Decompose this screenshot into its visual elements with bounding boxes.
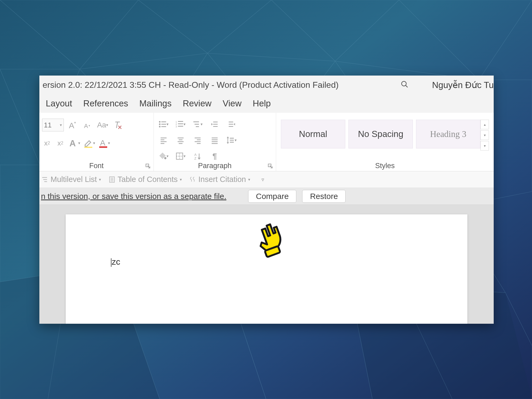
svg-rect-85 <box>44 181 47 182</box>
superscript-icon[interactable]: x2 <box>55 138 65 148</box>
subscript-icon[interactable]: x2 <box>42 138 52 148</box>
compare-button[interactable]: Compare <box>248 190 296 203</box>
svg-rect-72 <box>212 143 218 144</box>
svg-text:▴: ▴ <box>74 120 76 124</box>
svg-rect-75 <box>230 142 234 143</box>
version-message: n this version, or save this version as … <box>41 192 226 201</box>
highlight-icon[interactable]: ▾ <box>84 137 95 149</box>
svg-rect-32 <box>99 146 107 148</box>
svg-rect-66 <box>197 139 201 140</box>
tab-layout[interactable]: Layout <box>46 98 72 109</box>
user-name[interactable]: Nguyễn Đức Tu <box>432 80 494 90</box>
svg-point-36 <box>159 123 161 125</box>
multilevel-list-label: Multilevel List <box>51 175 97 184</box>
line-spacing-icon[interactable]: ▾ <box>227 135 237 145</box>
styles-scroll-down[interactable]: ▾ <box>480 130 489 140</box>
svg-rect-71 <box>212 141 218 142</box>
svg-rect-67 <box>195 141 201 142</box>
svg-rect-37 <box>161 124 166 125</box>
svg-marker-56 <box>234 123 235 125</box>
multilevel-list-icon[interactable]: ▾ <box>193 119 203 129</box>
svg-text:▾: ▾ <box>89 124 90 127</box>
show-hide-icon[interactable]: ¶ <box>210 151 220 161</box>
justify-icon[interactable] <box>210 135 220 145</box>
sort-icon[interactable]: AZ <box>193 151 203 161</box>
svg-rect-63 <box>178 141 184 142</box>
svg-rect-84 <box>43 179 47 180</box>
shading-icon[interactable]: ▾ <box>159 151 169 161</box>
grow-font-icon[interactable]: A▴ <box>67 119 79 131</box>
paragraph-group-label: Paragraph <box>154 162 276 170</box>
svg-point-76 <box>165 157 166 159</box>
increase-indent-icon[interactable] <box>227 119 237 129</box>
align-right-icon[interactable] <box>193 135 203 145</box>
svg-text:3: 3 <box>176 125 177 128</box>
style-no-spacing[interactable]: No Spacing <box>348 120 413 148</box>
customize-toolbar-icon[interactable]: ▿ <box>258 174 268 185</box>
numbering-icon[interactable]: 123▾ <box>176 119 186 129</box>
svg-text:A: A <box>194 153 197 157</box>
styles-group-label: Styles <box>276 162 494 170</box>
svg-rect-73 <box>230 138 234 139</box>
svg-rect-70 <box>212 139 218 140</box>
svg-point-34 <box>159 121 161 123</box>
svg-rect-53 <box>229 122 233 122</box>
font-dialog-launcher-icon[interactable] <box>146 164 151 169</box>
font-color-icon[interactable]: A▾ <box>98 137 110 149</box>
toc-label: Table of Contents <box>118 175 178 184</box>
font-size-selector[interactable]: 11 ▾ <box>42 119 64 131</box>
tab-help[interactable]: Help <box>253 98 271 109</box>
style-heading-3[interactable]: Heading 3 <box>416 120 480 148</box>
svg-rect-61 <box>178 138 184 138</box>
ribbon-group-font: 11 ▾ A▴ A▾ Aa▾ x2 x2 A▾ ▾ A▾ Font <box>39 113 154 171</box>
styles-expand[interactable]: ▾ <box>480 141 489 151</box>
styles-scroll-up[interactable]: ▴ <box>480 120 489 129</box>
svg-text:A: A <box>69 121 74 130</box>
svg-rect-59 <box>161 141 167 142</box>
svg-rect-39 <box>161 126 166 127</box>
search-icon[interactable] <box>401 80 409 88</box>
chevron-down-icon: ▾ <box>60 123 62 127</box>
decrease-indent-icon[interactable] <box>210 119 220 129</box>
restore-button[interactable]: Restore <box>302 190 346 203</box>
shrink-font-icon[interactable]: A▾ <box>82 119 94 131</box>
tab-references[interactable]: References <box>83 98 128 109</box>
ribbon-group-paragraph: ▾ 123▾ ▾ ▾ ▾ ▾ AZ ¶ Paragraph <box>154 113 276 171</box>
align-left-icon[interactable] <box>159 135 169 145</box>
quick-access-toolbar: Multilevel List▾ Table of Contents▾ Inse… <box>39 171 494 188</box>
svg-text:A: A <box>84 122 88 129</box>
svg-rect-57 <box>161 138 167 138</box>
ribbon: 11 ▾ A▴ A▾ Aa▾ x2 x2 A▾ ▾ A▾ Font ▾ 123▾ <box>39 113 494 171</box>
multilevel-list-button[interactable]: Multilevel List▾ <box>41 175 101 184</box>
table-of-contents-button[interactable]: Table of Contents▾ <box>109 175 182 184</box>
bullets-icon[interactable]: ▾ <box>159 119 169 129</box>
svg-rect-58 <box>161 139 164 140</box>
align-center-icon[interactable] <box>176 135 186 145</box>
svg-rect-64 <box>179 143 182 144</box>
svg-rect-43 <box>178 123 183 124</box>
tab-review[interactable]: Review <box>183 98 211 109</box>
ribbon-tabs: Layout References Mailings Review View H… <box>39 94 494 113</box>
font-size-value: 11 <box>44 121 52 129</box>
tab-view[interactable]: View <box>223 98 242 109</box>
svg-rect-35 <box>161 122 166 122</box>
svg-point-23 <box>402 81 406 86</box>
svg-text:A: A <box>100 138 105 147</box>
svg-text:A: A <box>69 138 76 148</box>
svg-rect-30 <box>84 147 92 148</box>
tab-mailings[interactable]: Mailings <box>139 98 172 109</box>
style-normal[interactable]: Normal <box>281 120 345 148</box>
paragraph-dialog-launcher-icon[interactable] <box>268 164 274 169</box>
borders-icon[interactable]: ▾ <box>176 151 186 161</box>
insert-citation-button[interactable]: Insert Citation▾ <box>189 175 250 184</box>
svg-rect-50 <box>213 124 218 125</box>
svg-rect-49 <box>213 122 218 122</box>
svg-rect-65 <box>195 138 201 138</box>
titlebar: ersion 2.0: 22/12/2021 3:55 CH - Read-On… <box>39 76 494 94</box>
svg-rect-74 <box>230 140 234 141</box>
change-case-icon[interactable]: Aa▾ <box>97 119 109 131</box>
clear-formatting-icon[interactable] <box>112 119 123 131</box>
ribbon-group-styles: Normal No Spacing Heading 3 ▴ ▾ ▾ Styles <box>276 113 494 171</box>
text-effects-icon[interactable]: A▾ <box>69 137 80 149</box>
svg-rect-55 <box>229 126 233 127</box>
